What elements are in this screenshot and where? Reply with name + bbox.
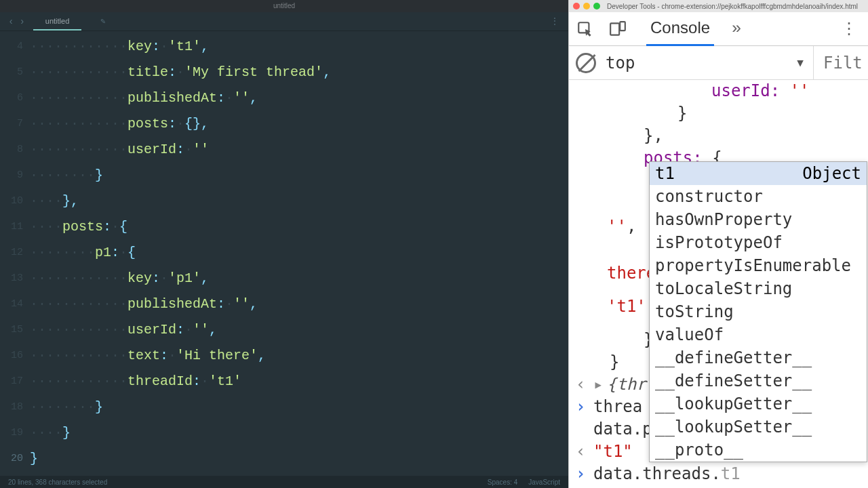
svg-rect-2 — [620, 22, 625, 30]
result-value: "t1" — [593, 441, 633, 463]
devtools-panel: Developer Tools - chrome-extension://pej… — [568, 0, 868, 488]
code-line[interactable]: ············text:·'Hi there', — [30, 343, 568, 369]
input-arrow-icon: › — [576, 463, 593, 485]
line-number: 10 — [0, 188, 23, 214]
status-language[interactable]: JavaScript — [528, 479, 560, 486]
traffic-lights[interactable] — [573, 3, 600, 9]
device-toggle-icon[interactable] — [608, 20, 627, 39]
status-selection: 20 lines, 368 characters selected — [8, 479, 107, 486]
result-arrow-icon: ‹ — [576, 441, 593, 463]
editor-tab-bar: ‹ › untitled ✎ ⋮ — [0, 12, 568, 31]
code-line[interactable]: ············publishedAt:·'', — [30, 291, 568, 317]
devtools-window-title: Developer Tools - chrome-extension://pej… — [607, 3, 858, 10]
editor-window-title: untitled — [0, 0, 568, 12]
code-line[interactable]: ····} — [30, 420, 568, 446]
expand-icon[interactable]: ▸ — [593, 373, 607, 396]
line-number: 18 — [0, 394, 23, 420]
line-number: 11 — [0, 214, 23, 240]
result-arrow-icon: ‹ — [576, 373, 593, 396]
input-arrow-icon: › — [576, 396, 593, 418]
context-label: top — [606, 54, 635, 73]
status-indent[interactable]: Spaces: 4 — [488, 479, 517, 486]
code-area[interactable]: ············key:·'t1',············title:… — [30, 31, 568, 476]
tab-modified-icon: ✎ — [100, 16, 105, 26]
code-line[interactable]: ············threadId:·'t1' — [30, 369, 568, 394]
autocomplete-item[interactable]: propertyIsEnumerable — [650, 254, 867, 277]
autocomplete-item[interactable]: isPrototypeOf — [650, 231, 867, 254]
code-line[interactable]: ············userId:·'', — [30, 317, 568, 343]
devtools-menu-icon[interactable]: ⋮ — [841, 19, 861, 39]
line-number: 17 — [0, 369, 23, 394]
code-line[interactable]: ········p1:·{ — [30, 240, 568, 266]
code-line[interactable]: ········} — [30, 163, 568, 188]
line-number: 19 — [0, 420, 23, 446]
console-input-row[interactable]: › data.threads.t1 — [576, 463, 868, 485]
code-line[interactable]: ············title:·'My first thread', — [30, 60, 568, 85]
line-number: 5 — [0, 60, 23, 85]
chevron-down-icon: ▼ — [797, 56, 804, 69]
minimize-icon[interactable] — [583, 3, 590, 9]
code-line[interactable]: ····}, — [30, 188, 568, 214]
tab-console[interactable]: Console — [646, 12, 714, 46]
console-toolbar: top ▼ — [569, 46, 868, 80]
editor-tab[interactable]: untitled — [33, 13, 81, 30]
line-number: 16 — [0, 343, 23, 369]
line-number-gutter: 4567891011121314151617181920 — [0, 31, 30, 476]
autocomplete-selected-label: t1 — [655, 162, 675, 185]
console-line: userId: '' — [576, 80, 868, 102]
autocomplete-item[interactable]: __defineGetter__ — [650, 346, 867, 369]
code-line[interactable]: ············userId:·'' — [30, 137, 568, 163]
devtools-titlebar: Developer Tools - chrome-extension://pej… — [569, 0, 868, 12]
object-preview[interactable]: {thr — [607, 373, 646, 396]
autocomplete-item[interactable]: __proto__ — [650, 439, 867, 462]
autocomplete-selected-type: Object — [802, 162, 861, 185]
tab-overflow-icon[interactable]: ⋮ — [551, 16, 563, 26]
autocomplete-item[interactable]: toString — [650, 300, 867, 323]
editor-status-bar: 20 lines, 368 characters selected Spaces… — [0, 476, 568, 488]
autocomplete-item[interactable]: __lookupSetter__ — [650, 415, 867, 439]
clear-console-icon[interactable] — [576, 53, 596, 73]
line-number: 14 — [0, 291, 23, 317]
autocomplete-selected[interactable]: t1 Object — [650, 162, 867, 185]
code-line[interactable]: ············publishedAt:·'', — [30, 85, 568, 111]
nav-back-icon[interactable]: ‹ — [5, 16, 16, 27]
inspect-icon[interactable] — [576, 20, 595, 39]
code-line[interactable]: ············key:·'p1', — [30, 266, 568, 291]
line-number: 7 — [0, 111, 23, 137]
code-editor: untitled ‹ › untitled ✎ ⋮ 45678910111213… — [0, 0, 568, 488]
code-line[interactable]: ············key:·'t1', — [30, 34, 568, 60]
autocomplete-item[interactable]: __defineSetter__ — [650, 369, 867, 392]
line-number: 6 — [0, 85, 23, 111]
console-output[interactable]: userId: '' } }, posts: { '', there 't1' … — [569, 80, 868, 488]
zoom-icon[interactable] — [593, 3, 600, 9]
console-input[interactable]: data.threads. — [593, 463, 721, 485]
line-number: 8 — [0, 137, 23, 163]
code-line[interactable]: ········} — [30, 394, 568, 420]
console-line: }, — [576, 125, 868, 147]
console-line: } — [576, 102, 868, 125]
input-hint: t1 — [721, 463, 741, 485]
context-selector[interactable]: top ▼ — [606, 46, 814, 79]
autocomplete-item[interactable]: valueOf — [650, 323, 867, 346]
line-number: 12 — [0, 240, 23, 266]
autocomplete-item[interactable]: __lookupGetter__ — [650, 392, 867, 415]
autocomplete-item[interactable]: hasOwnProperty — [650, 208, 867, 231]
autocomplete-popup[interactable]: t1 Object constructorhasOwnPropertyisPro… — [649, 161, 867, 462]
line-number: 4 — [0, 34, 23, 60]
line-number: 20 — [0, 446, 23, 472]
line-number: 9 — [0, 163, 23, 188]
code-line[interactable]: ····posts:·{ — [30, 214, 568, 240]
tabs-overflow-icon[interactable]: » — [732, 20, 741, 38]
close-icon[interactable] — [573, 3, 580, 9]
autocomplete-item[interactable]: toLocaleString — [650, 277, 867, 300]
line-number: 13 — [0, 266, 23, 291]
editor-body[interactable]: 4567891011121314151617181920 ···········… — [0, 31, 568, 476]
nav-forward-icon[interactable]: › — [16, 16, 27, 27]
line-number: 15 — [0, 317, 23, 343]
devtools-tabs: Console » ⋮ — [569, 12, 868, 46]
filter-input[interactable] — [823, 54, 861, 73]
autocomplete-item[interactable]: constructor — [650, 185, 867, 208]
svg-rect-1 — [610, 23, 619, 35]
code-line[interactable]: } — [30, 446, 568, 472]
code-line[interactable]: ············posts:·{}, — [30, 111, 568, 137]
